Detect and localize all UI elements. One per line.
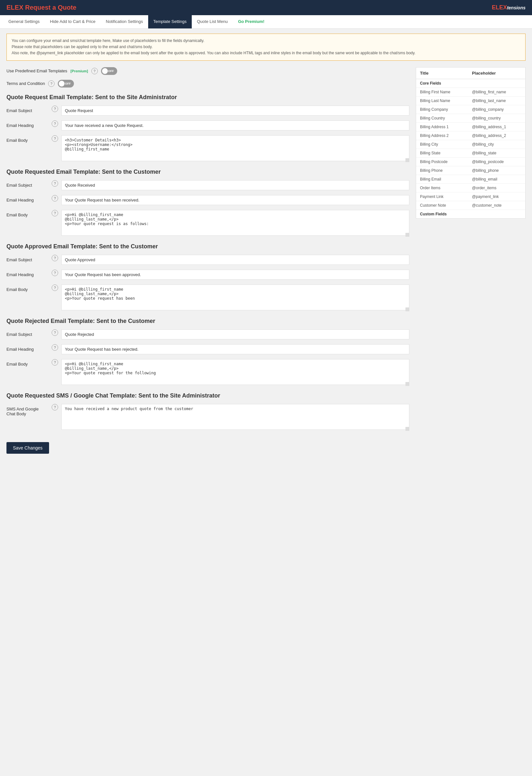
tab-template[interactable]: Template Settings [148, 15, 192, 28]
list-item: Billing Last Name @billing_last_name [416, 96, 525, 105]
predefined-help-icon[interactable]: ? [91, 68, 98, 74]
qr-subject-input[interactable] [61, 329, 409, 339]
admin-body-label: Email Body [6, 135, 48, 143]
admin-request-title: Quote Request Email Template: Sent to th… [6, 94, 409, 101]
predefined-toggle-row: Use Predefined Email Templates [Premium]… [6, 67, 409, 75]
admin-body-help[interactable]: ? [52, 135, 58, 142]
qr-heading-row: Email Heading ? [6, 344, 409, 354]
ca-heading-input[interactable] [61, 270, 409, 280]
list-item: Billing Country @billing_country [416, 114, 525, 123]
qr-subject-help[interactable]: ? [52, 329, 58, 336]
list-item: Billing State @billing_state [416, 149, 525, 157]
sms-body-row: SMS And Google Chat Body ? You have rece… [6, 404, 409, 431]
list-item: Billing Postcode @billing_postcode [416, 157, 525, 166]
qr-body-textarea[interactable]: <p>Hi @billing_first_name @billing_last_… [61, 359, 409, 385]
list-item: Order Items @order_items [416, 183, 525, 192]
sms-body-resize[interactable] [406, 427, 409, 431]
ca-body-textarea[interactable]: <p>Hi @billing_first_name @billing_last_… [61, 284, 409, 310]
list-item: Billing City @billing_city [416, 140, 525, 149]
customer-approved-title: Quote Approved Email Template: Sent to t… [6, 243, 409, 250]
admin-subject-input[interactable] [61, 106, 409, 116]
qr-body-row: Email Body ? <p>Hi @billing_first_name @… [6, 359, 409, 386]
cr-body-resize[interactable] [406, 233, 409, 237]
predefined-toggle[interactable]: OFF [101, 67, 117, 75]
sms-admin-title: Quote Requested SMS / Google Chat Templa… [6, 392, 409, 399]
admin-heading-help[interactable]: ? [52, 121, 58, 127]
list-item: Billing Address 2 @billing_address_2 [416, 131, 525, 140]
admin-heading-input[interactable] [61, 121, 409, 131]
list-item: Core Fields [416, 79, 525, 87]
qr-heading-input[interactable] [61, 344, 409, 354]
placeholder-col-value: Placeholder [468, 67, 525, 79]
cr-body-row: Email Body ? <p>Hi @billing_first_name @… [6, 210, 409, 237]
terms-label: Terms and Condition [6, 81, 45, 86]
ca-subject-input[interactable] [61, 255, 409, 265]
tab-general[interactable]: General Settings [3, 15, 45, 28]
ca-heading-label: Email Heading [6, 270, 48, 277]
qr-subject-label: Email Subject [6, 329, 48, 337]
admin-body-row: Email Body ? <h3>Customer Details<h3> <p… [6, 135, 409, 162]
header-logo: ELEXtensions [492, 4, 526, 11]
admin-heading-label: Email Heading [6, 121, 48, 128]
qr-body-label: Email Body [6, 359, 48, 367]
list-item: Billing Email @billing_email [416, 175, 525, 183]
ca-body-help[interactable]: ? [52, 284, 58, 291]
ca-subject-help[interactable]: ? [52, 255, 58, 261]
ca-body-resize[interactable] [406, 308, 409, 311]
list-item: Customer Note @customer_note [416, 201, 525, 210]
placeholder-table: Title Placeholder Core Fields Billing Fi… [416, 67, 526, 219]
sms-body-help[interactable]: ? [52, 404, 58, 410]
admin-subject-label: Email Subject [6, 106, 48, 113]
terms-toggle-row: Terms and Condition ? OFF [6, 80, 409, 87]
page-header: ELEX Request a Quote ELEXtensions [0, 0, 532, 15]
sms-body-label: SMS And Google Chat Body [6, 404, 48, 416]
qr-heading-help[interactable]: ? [52, 344, 58, 351]
page-title: ELEX Request a Quote [6, 4, 76, 11]
save-button[interactable]: Save Changes [6, 442, 49, 454]
qr-body-help[interactable]: ? [52, 359, 58, 366]
cr-subject-label: Email Subject [6, 180, 48, 188]
tab-premium[interactable]: Go Premium! [233, 15, 270, 28]
premium-badge: [Premium] [70, 69, 88, 73]
cr-subject-row: Email Subject ? [6, 180, 409, 190]
list-item: Billing Company @billing_company [416, 105, 525, 114]
cr-body-textarea[interactable]: <p>Hi @billing_first_name @billing_last_… [61, 210, 409, 236]
customer-requested-title: Quote Requested Email Template: Sent to … [6, 169, 409, 175]
ca-heading-help[interactable]: ? [52, 270, 58, 276]
cr-heading-row: Email Heading ? [6, 195, 409, 205]
qr-heading-label: Email Heading [6, 344, 48, 352]
customer-rejected-title: Quote Rejected Email Template: Sent to t… [6, 318, 409, 325]
cr-heading-label: Email Heading [6, 195, 48, 202]
list-item: Custom Fields [416, 210, 525, 218]
qr-subject-row: Email Subject ? [6, 329, 409, 339]
tab-quote-list[interactable]: Quote List Menu [192, 15, 233, 28]
cr-subject-help[interactable]: ? [52, 180, 58, 187]
predefined-label: Use Predefined Email Templates [6, 68, 67, 73]
cr-body-help[interactable]: ? [52, 210, 58, 216]
cr-heading-help[interactable]: ? [52, 195, 58, 201]
admin-body-resize[interactable] [406, 158, 409, 162]
list-item: Billing Phone @billing_phone [416, 166, 525, 175]
list-item: Billing Address 1 @billing_address_1 [416, 123, 525, 131]
admin-body-textarea[interactable]: <h3>Customer Details<h3> <p><strong>User… [61, 135, 409, 161]
notice-box: You can configure your email and sms/cha… [6, 34, 526, 61]
nav-tabs: General Settings Hide Add to Cart & Pric… [0, 15, 532, 29]
ca-subject-label: Email Subject [6, 255, 48, 262]
list-item: Payment Link @payment_link [416, 192, 525, 201]
cr-heading-input[interactable] [61, 195, 409, 205]
list-item: Billing First Name @billing_first_name [416, 87, 525, 96]
ca-subject-row: Email Subject ? [6, 255, 409, 265]
sms-body-textarea[interactable]: You have received a new product quote fr… [61, 404, 409, 430]
tab-notification[interactable]: Notification Settings [101, 15, 148, 28]
admin-subject-row: Email Subject ? [6, 106, 409, 116]
cr-subject-input[interactable] [61, 180, 409, 190]
ca-heading-row: Email Heading ? [6, 270, 409, 280]
admin-subject-help[interactable]: ? [52, 106, 58, 112]
terms-help-icon[interactable]: ? [48, 80, 54, 87]
cr-body-label: Email Body [6, 210, 48, 217]
qr-body-resize[interactable] [406, 382, 409, 386]
terms-toggle[interactable]: OFF [58, 80, 74, 87]
admin-heading-row: Email Heading ? [6, 121, 409, 131]
placeholder-col-title: Title [416, 67, 468, 79]
tab-hide-add[interactable]: Hide Add to Cart & Price [45, 15, 101, 28]
